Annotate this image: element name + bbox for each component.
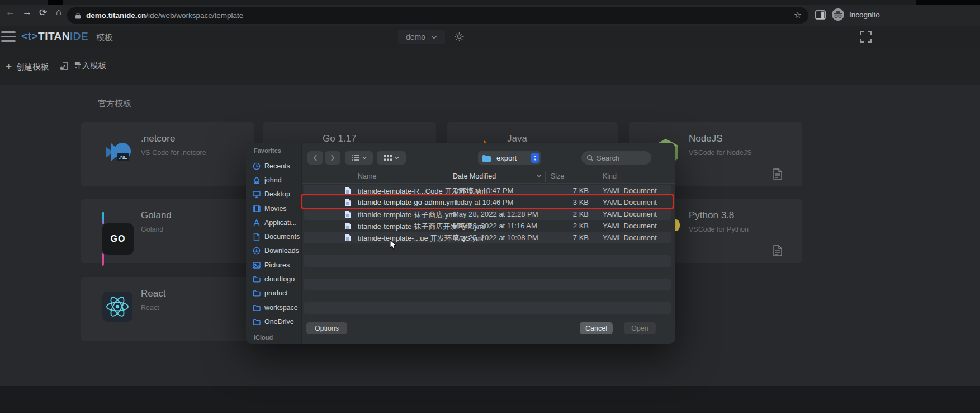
file-size: 2 KB <box>551 222 589 230</box>
current-folder-dropdown[interactable]: export ▲▼ <box>478 151 541 165</box>
file-name: titanide-template-...ue 开发环境 2S.yml <box>358 233 447 243</box>
column-header-date-modified[interactable]: Date Modified <box>453 172 496 180</box>
file-name: titanide-template-袜子商店.yml <box>358 210 447 220</box>
address-bar[interactable]: demo.titanide.cn/ide/web/workspace/templ… <box>67 7 808 24</box>
empty-row <box>246 243 675 255</box>
import-template-button[interactable]: 导入模板 <box>59 60 106 71</box>
card-subtitle: React <box>141 304 159 312</box>
browser-tab-fragment[interactable] <box>48 0 63 5</box>
template-card-goland[interactable]: GO Goland Goland <box>81 199 254 263</box>
file-name: titanide-template-R...Code 开发环境.yml <box>358 186 447 196</box>
group-view-button[interactable] <box>377 151 406 165</box>
import-icon <box>59 61 69 71</box>
plus-icon: + <box>6 60 12 73</box>
sidebar-item-recents[interactable]: Recents <box>246 159 302 173</box>
template-card-react[interactable]: React React <box>81 277 254 341</box>
gear-icon[interactable] <box>454 31 465 42</box>
column-divider <box>594 171 594 182</box>
yaml-file-icon <box>344 187 351 195</box>
page-title: 模板 <box>96 32 113 43</box>
home-icon <box>253 176 261 184</box>
file-open-dialog: Favorites Recents johnd Desktop Movies <box>246 143 675 344</box>
empty-row <box>246 279 675 290</box>
list-view-button[interactable] <box>345 151 373 165</box>
file-row-highlighted[interactable]: titanide-template-go-admin.yml Today at … <box>246 196 675 208</box>
template-file-icon[interactable] <box>773 168 782 180</box>
file-size: 7 KB <box>551 233 589 242</box>
yaml-file-icon <box>344 234 351 242</box>
file-kind: YAML Document <box>603 222 657 230</box>
file-size: 3 KB <box>551 198 589 206</box>
url-text: demo.titanide.cn/ide/web/workspace/templ… <box>86 11 243 20</box>
file-list: titanide-template-R...Code 开发环境.yml Toda… <box>246 185 675 314</box>
file-date: May 25, 2022 at 10:08 PM <box>453 233 538 242</box>
file-date: May 28, 2022 at 12:28 PM <box>453 210 538 218</box>
folder-icon <box>253 318 261 325</box>
create-template-button[interactable]: + 创建模板 <box>6 60 49 73</box>
home-icon[interactable]: ⌂ <box>56 7 61 18</box>
column-header-size[interactable]: Size <box>551 172 564 180</box>
svg-text:.NE: .NE <box>119 154 127 160</box>
dialog-back-button[interactable] <box>307 151 323 165</box>
page-bottom-strip <box>0 386 980 413</box>
file-date: Today at 10:46 PM <box>453 198 513 206</box>
favorites-section-label: Favorites <box>254 147 281 154</box>
template-card-netcore[interactable]: .NE .netcore VS Code for .netcore <box>81 122 254 186</box>
card-title: Goland <box>141 210 172 221</box>
file-row[interactable]: titanide-template-R...Code 开发环境.yml Toda… <box>246 185 675 196</box>
chevron-down-icon <box>431 35 437 39</box>
card-subtitle: Goland <box>141 226 163 233</box>
sort-chevron-icon[interactable] <box>537 174 542 177</box>
incognito-avatar-icon[interactable] <box>831 8 845 21</box>
titanide-logo[interactable]: <t>TITANIDE <box>21 30 88 43</box>
section-title: 官方模板 <box>98 98 131 109</box>
empty-row <box>246 290 675 302</box>
reload-icon[interactable]: ⟳ <box>39 7 47 18</box>
file-size: 2 KB <box>551 210 589 218</box>
column-header-kind[interactable]: Kind <box>603 172 617 180</box>
forward-icon[interactable]: → <box>22 7 32 18</box>
url-path: /ide/web/workspace/template <box>146 11 243 20</box>
file-row[interactable]: titanide-template-袜子商店.yml May 28, 2022 … <box>246 208 675 220</box>
grid-view-icon <box>384 154 392 162</box>
header-divider <box>302 183 675 184</box>
environment-select[interactable]: demo <box>398 30 445 44</box>
browser-tab-strip <box>0 0 980 5</box>
bookmark-star-icon[interactable]: ☆ <box>794 10 802 20</box>
file-kind: YAML Document <box>603 186 657 195</box>
back-icon[interactable]: ← <box>6 7 15 18</box>
template-file-icon[interactable] <box>773 245 782 256</box>
open-button[interactable]: Open <box>624 322 656 334</box>
cancel-button[interactable]: Cancel <box>580 322 613 334</box>
file-date: May 28, 2022 at 11:16 AM <box>453 222 537 230</box>
file-kind: YAML Document <box>603 233 657 242</box>
empty-row <box>246 267 675 279</box>
dialog-forward-button[interactable] <box>325 151 340 165</box>
stepper-icon: ▲▼ <box>531 153 539 163</box>
chevron-down-icon <box>362 156 367 159</box>
file-name: titanide-template-袜子商店开发环境.yml <box>358 222 447 232</box>
current-folder-name: export <box>496 154 517 162</box>
search-icon <box>586 154 594 162</box>
dotnet-icon: .NE <box>102 137 134 168</box>
options-button[interactable]: Options <box>306 322 347 334</box>
sidebar-item-onedrive[interactable]: OneDrive <box>246 315 302 328</box>
file-name: titanide-template-go-admin.yml <box>358 198 447 206</box>
file-row[interactable]: titanide-template-...ue 开发环境 2S.yml May … <box>246 232 675 243</box>
empty-row <box>246 255 675 267</box>
fullscreen-icon[interactable] <box>860 31 872 43</box>
folder-icon <box>482 154 491 162</box>
hamburger-menu-icon[interactable] <box>0 31 17 43</box>
dialog-search-field[interactable]: Search <box>581 151 651 165</box>
file-kind: YAML Document <box>603 210 657 218</box>
side-panel-icon[interactable] <box>815 10 826 20</box>
yaml-file-icon <box>344 199 351 206</box>
file-row[interactable]: titanide-template-袜子商店开发环境.yml May 28, 2… <box>246 220 675 232</box>
card-title: NodeJS <box>689 133 722 144</box>
card-title: React <box>141 288 165 299</box>
column-header-name[interactable]: Name <box>358 172 376 180</box>
card-subtitle: VSCode for Python <box>689 226 749 233</box>
icloud-section-label: iCloud <box>254 334 273 341</box>
column-divider <box>545 171 546 182</box>
app-header: <t>TITANIDE 模板 demo <box>0 26 980 48</box>
